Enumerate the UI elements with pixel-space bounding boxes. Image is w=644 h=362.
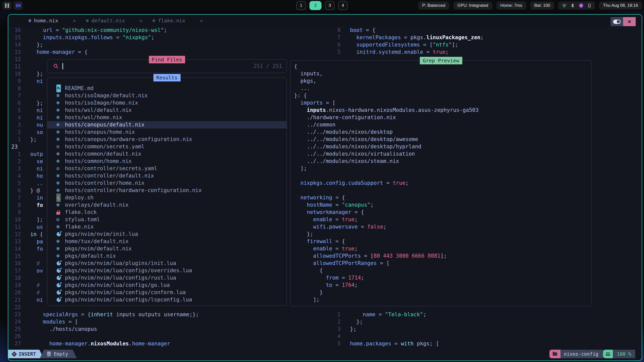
code-line[interactable]: 14 };	[8, 41, 199, 49]
code-line[interactable]: }: {	[294, 92, 591, 99]
code-line[interactable]: 2 };	[332, 318, 439, 326]
result-row[interactable]: pkgs/nvim/nvim/lua/configs/lspconfig.lua	[47, 296, 287, 303]
code-line[interactable]: 5 initrd.systemd.enable = true;	[332, 49, 484, 56]
result-row[interactable]: home/tux/default.nix	[47, 238, 287, 245]
result-row[interactable]: hosts/canopus/hardware-configuration.nix	[47, 136, 287, 143]
result-row[interactable]: hosts/canopus/default.nix	[47, 121, 287, 128]
code-line[interactable]: imports = [	[294, 99, 591, 107]
result-row[interactable]: hosts/common/home.nix	[47, 158, 287, 165]
result-row[interactable]: README.md	[47, 85, 287, 92]
result-row[interactable]: pkgs/nvim/default.nix	[47, 245, 287, 252]
code-line[interactable]: inputs.nixos-hardware.nixosModules.asus-…	[294, 107, 591, 114]
result-row[interactable]: pkgs/default.nix	[47, 252, 287, 260]
result-row[interactable]: flake.lock	[47, 209, 287, 216]
code-line[interactable]: ../../modules/nixos/desktop/hyprland	[294, 143, 591, 150]
code-line[interactable]: enable = true;	[294, 245, 591, 252]
code-line[interactable]: enable = true;	[294, 216, 591, 223]
result-row[interactable]: hosts/isoImage/default.nix	[47, 92, 287, 99]
logo-button[interactable]: $W	[14, 1, 23, 10]
line-number: 3	[8, 165, 21, 172]
code-line[interactable]: ../../modules/nixos/virtualisation	[294, 150, 591, 158]
line-number: 23	[8, 311, 21, 318]
code-line[interactable]: ../../modules/nixos/steam.nix	[294, 158, 591, 165]
code-line[interactable]: ../common	[294, 121, 591, 128]
code-line[interactable]: ./hardware-configuration.nix	[294, 114, 591, 121]
code-line[interactable]: {	[294, 267, 591, 274]
code-line[interactable]: allowedTCPPortRanges = [	[294, 260, 591, 267]
code-line[interactable]: ...	[294, 85, 591, 92]
right-editor-pane-top[interactable]: 8 boot = {7 kernelPackages = pkgs.linuxP…	[332, 27, 484, 56]
result-row[interactable]: hosts/wsl/home.nix	[47, 114, 287, 121]
code-line[interactable]: 7 kernelPackages = pkgs.linuxPackages_ze…	[332, 34, 484, 41]
code-line[interactable]: ../../modules/nixos/desktop	[294, 128, 591, 136]
result-row[interactable]: hosts/controller/default.nix	[47, 172, 287, 179]
result-row[interactable]: pkgs/nvim/nvim/lua/configs/go.lua	[47, 282, 287, 289]
code-line[interactable]: 5 home.packages = with pkgs; [	[332, 340, 439, 347]
result-row[interactable]: pkgs/nvim/nvim/lua/configs/overrides.lua	[47, 267, 287, 274]
result-row[interactable]: hosts/common/secrets.yaml	[47, 143, 287, 150]
search-icon	[53, 63, 59, 69]
code-line[interactable]: nixpkgs.config.cudaSupport = true;	[294, 179, 591, 187]
hotspot-icon[interactable]	[578, 3, 584, 8]
code-line[interactable]: ../../modules/nixos/desktop/awesome	[294, 136, 591, 143]
code-line[interactable]: }	[294, 289, 591, 296]
result-row[interactable]: pkgs/nvim/nvim/lua/plugins/init.lua	[47, 260, 287, 267]
code-line[interactable]: 13 home-manager = {	[8, 49, 199, 56]
result-row[interactable]: flake.nix	[47, 223, 287, 231]
code-line[interactable]: 25 ./hosts/canopus	[8, 326, 199, 333]
result-row[interactable]: overlays/default.nix	[47, 201, 287, 209]
result-row[interactable]: pkgs/nvim/nvim/lua/configs/rust.lua	[47, 274, 287, 282]
code-line[interactable]: 6 supportedFilesystems = ["ntfs"];	[332, 41, 484, 49]
code-line[interactable]: 26	[8, 333, 199, 340]
result-row[interactable]: hosts/canopus/home.nix	[47, 128, 287, 136]
code-line[interactable]: inputs,	[294, 70, 591, 77]
code-line[interactable]: networking = {	[294, 194, 591, 201]
code-line[interactable]: };	[294, 231, 591, 238]
result-row[interactable]: hosts/controller/secrets.yaml	[47, 165, 287, 172]
code-line[interactable]: wifi.powersave = false;	[294, 223, 591, 231]
code-line[interactable]: 23 specialArgs = {inherit inputs outputs…	[8, 311, 199, 318]
result-row[interactable]: hosts/controller/home.nix	[47, 179, 287, 187]
code-line[interactable]: 8 boot = {	[332, 27, 484, 34]
result-filename: hosts/controller/default.nix	[65, 172, 154, 179]
nix-file-icon	[56, 223, 65, 231]
right-editor-pane-bottom[interactable]: 1 name = "Tela-black";2 };3 };45 home.pa…	[332, 311, 439, 347]
code-line[interactable]: 15 inputs.nixpkgs.follows = "nixpkgs";	[8, 34, 199, 41]
phone-icon[interactable]	[587, 3, 591, 8]
code-line[interactable]: ];	[294, 296, 591, 303]
code-line[interactable]: 3 };	[332, 326, 439, 333]
result-row[interactable]: hosts/common/default.nix	[47, 150, 287, 158]
code-line[interactable]: pkgs,	[294, 77, 591, 85]
code-line[interactable]	[294, 187, 591, 194]
lua-file-icon	[56, 232, 65, 236]
result-row[interactable]: pkgs/nvim/nvim/init.lua	[47, 231, 287, 238]
launcher-button[interactable]	[3, 1, 12, 10]
result-row[interactable]: hosts/controller/hardware-configuration.…	[47, 187, 287, 194]
workspace-button-4[interactable]: 4	[338, 1, 348, 10]
clock[interactable]: Thu Aug 08, 18:16	[599, 2, 642, 10]
workspace-button-2[interactable]: 2	[309, 1, 321, 10]
code-line[interactable]: from = 1714;	[294, 274, 591, 282]
code-line[interactable]: to = 1764;	[294, 282, 591, 289]
bluetooth-icon[interactable]	[570, 3, 575, 8]
code-line[interactable]: 24 modules = [	[8, 318, 199, 326]
wifi-icon[interactable]	[562, 3, 567, 8]
result-row[interactable]: hosts/isoImage/home.nix	[47, 99, 287, 107]
code-line[interactable]: networkmanager = {	[294, 209, 591, 216]
code-line[interactable]: 4	[332, 333, 439, 340]
result-row[interactable]: pkgs/nvim/nvim/lua/configs/conform.lua	[47, 289, 287, 296]
code-line[interactable]: 16 url = "github:nix-community/nixos-wsl…	[8, 27, 199, 34]
result-row[interactable]: stylua.toml	[47, 216, 287, 223]
result-row[interactable]: deploy.sh	[47, 194, 287, 201]
code-line[interactable]: firewall = {	[294, 238, 591, 245]
find-files-input[interactable]: Find Files 251 / 251	[47, 59, 287, 73]
workspace-button-1[interactable]: 1	[296, 1, 306, 10]
code-line[interactable]: ];	[294, 165, 591, 172]
code-line[interactable]: 1 name = "Tela-black";	[332, 311, 439, 318]
code-line[interactable]	[294, 172, 591, 179]
result-row[interactable]: hosts/wsl/default.nix	[47, 107, 287, 114]
code-line[interactable]: 27 home-manager.nixosModules.home-manage…	[8, 340, 199, 347]
code-line[interactable]: allowedTCPPorts = [80 443 3000 6666 8081…	[294, 252, 591, 260]
code-line[interactable]: hostName = "canopus";	[294, 201, 591, 209]
workspace-button-3[interactable]: 3	[325, 1, 335, 10]
